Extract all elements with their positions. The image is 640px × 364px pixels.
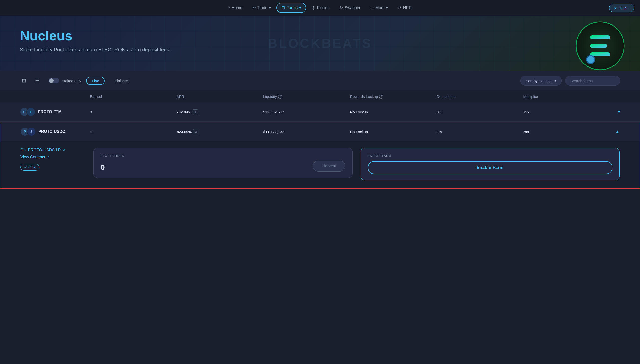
- farm-row-proto-usdc: P $ PROTO-USDC 0 823.69% ⊞ $11,177,132 N…: [0, 122, 640, 141]
- staked-only-toggle[interactable]: [49, 78, 59, 84]
- col-apr: APR: [177, 94, 264, 99]
- nav-nfts[interactable]: ⚇ NFTs: [393, 3, 417, 12]
- filter-right: Sort by Hotness ▾: [520, 76, 620, 86]
- nav-right: ◈ 0xF6...: [609, 4, 634, 12]
- live-tab[interactable]: Live: [86, 77, 105, 85]
- farms-icon: ⊞: [281, 5, 285, 10]
- external-link-icon: ↗: [62, 148, 65, 152]
- farm-name-proto-usdc: P $ PROTO-USDC: [21, 127, 90, 136]
- farm-multiplier-proto-ftm: 79x: [523, 110, 610, 114]
- staked-only-label: Staked only: [62, 79, 81, 83]
- usdc-token-icon: $: [27, 127, 36, 136]
- fission-icon: ◎: [312, 5, 315, 10]
- col-multiplier: Multiplier: [523, 94, 610, 99]
- farm-apr-proto-usdc: 823.69% ⊞: [177, 129, 264, 134]
- rewards-lockup-info-icon[interactable]: ?: [379, 95, 383, 99]
- expand-btn-proto-usdc[interactable]: ▲: [609, 129, 619, 134]
- view-contract-link[interactable]: View Contract ↗: [21, 155, 85, 160]
- apr-calc-icon-2[interactable]: ⊞: [193, 129, 198, 134]
- col-deposit-fee: Deposit fee: [437, 94, 523, 99]
- wallet-button[interactable]: ◈ 0xF6...: [609, 4, 634, 12]
- svg-point-6: [587, 56, 594, 63]
- sort-chevron-icon: ▾: [554, 78, 556, 83]
- nav-swapper[interactable]: ↻ Swapper: [335, 3, 365, 12]
- nav-farms[interactable]: ⊞ Farms ▾: [277, 3, 306, 13]
- nucleus-logo: [575, 21, 625, 71]
- farm-earned-proto-usdc: 0: [90, 130, 177, 134]
- hero-subtitle: Stake Liquidity Pool tokens to earn ELEC…: [20, 47, 620, 52]
- list-view-button[interactable]: ☰: [33, 77, 42, 85]
- get-lp-link[interactable]: Get PROTO-USDC LP ↗: [21, 148, 85, 152]
- filter-bar: ⊞ ☰ Staked only Live Finished Sort by Ho…: [0, 71, 640, 91]
- liquidity-info-icon[interactable]: ?: [278, 95, 282, 99]
- token-icons-proto-usdc: P $: [21, 127, 36, 136]
- grid-view-button[interactable]: ⊞: [20, 77, 28, 85]
- trade-icon: ⇄: [252, 5, 256, 10]
- hero-title: Nucleus: [20, 28, 620, 43]
- toggle-knob: [49, 78, 54, 83]
- farm-deposit-proto-usdc: 0%: [437, 130, 523, 134]
- col-rewards-lockup: Rewards Lockup ?: [350, 94, 437, 99]
- more-icon: ···: [370, 6, 374, 10]
- farm-apr-proto-ftm: 732.84% ⊞: [177, 109, 264, 114]
- svg-rect-4: [590, 52, 610, 56]
- external-link-icon-2: ↗: [47, 156, 49, 159]
- farm-multiplier-proto-usdc: 79x: [523, 130, 609, 134]
- staked-only-toggle-wrap: Staked only: [49, 78, 81, 84]
- home-icon: ⌂: [228, 6, 230, 10]
- token-icons-proto-ftm: P F: [20, 108, 36, 116]
- svg-rect-2: [590, 36, 610, 39]
- svg-rect-3: [590, 44, 607, 48]
- nav-more[interactable]: ··· More ▾: [366, 4, 392, 12]
- farm-name-proto-ftm: P F PROTO-FTM: [20, 108, 90, 116]
- sort-button[interactable]: Sort by Hotness ▾: [520, 76, 562, 86]
- expanded-panel-proto-usdc: Get PROTO-USDC LP ↗ View Contract ↗ ✔ Co…: [0, 141, 640, 189]
- expand-btn-proto-ftm[interactable]: ▾: [610, 109, 620, 114]
- nav-fission[interactable]: ◎ Fission: [307, 3, 334, 12]
- apr-calc-icon[interactable]: ⊞: [193, 109, 198, 114]
- enable-farm-label: ENABLE FARM: [368, 154, 612, 158]
- main-content: Earned APR Liquidity ? Rewards Lockup ? …: [0, 91, 640, 189]
- farm-lockup-proto-ftm: No Lockup: [350, 110, 437, 114]
- search-farms-input[interactable]: [565, 76, 620, 86]
- enable-farm-button[interactable]: Enable Farm: [368, 161, 612, 174]
- core-check-icon: ✔: [24, 166, 27, 169]
- farm-liquidity-proto-ftm: $12,562,647: [263, 110, 350, 114]
- farms-chevron-icon: ▾: [299, 6, 301, 10]
- swapper-icon: ↻: [340, 5, 343, 10]
- col-earned: Earned: [90, 94, 177, 99]
- wallet-icon: ◈: [614, 6, 616, 10]
- farm-lockup-proto-usdc: No Lockup: [350, 130, 437, 134]
- farm-earned-proto-ftm: 0: [90, 110, 177, 114]
- farm-liquidity-proto-usdc: $11,177,132: [264, 130, 350, 134]
- enable-box: ENABLE FARM Enable Farm: [360, 148, 620, 180]
- farm-deposit-proto-ftm: 0%: [437, 110, 523, 114]
- elct-earned-label: ELCT EARNED: [101, 154, 345, 158]
- navigation: ⌂ Home ⇄ Trade ▾ ⊞ Farms ▾ ◎ Fission ↻ S…: [0, 0, 640, 16]
- more-chevron-icon: ▾: [386, 6, 388, 10]
- ftm-token-icon: F: [27, 108, 36, 116]
- nfts-icon: ⚇: [398, 5, 402, 10]
- harvest-button[interactable]: Harvest: [313, 161, 345, 172]
- col-liquidity: Liquidity ?: [263, 94, 350, 99]
- farm-row-proto-ftm: P F PROTO-FTM 0 732.84% ⊞ $12,562,647 No…: [0, 102, 640, 122]
- earn-box: ELCT EARNED 0 Harvest: [93, 148, 353, 178]
- core-badge: ✔ Core: [21, 164, 39, 171]
- earn-row: 0 Harvest: [101, 161, 345, 172]
- nav-trade[interactable]: ⇄ Trade ▾: [248, 3, 276, 12]
- finished-tab[interactable]: Finished: [110, 77, 134, 84]
- table-header: Earned APR Liquidity ? Rewards Lockup ? …: [0, 91, 640, 102]
- hero-section: BLOCKBEATS Nucleus Stake Liquidity Pool …: [0, 16, 640, 71]
- panel-links: Get PROTO-USDC LP ↗ View Contract ↗ ✔ Co…: [21, 148, 85, 171]
- nav-home[interactable]: ⌂ Home: [223, 4, 247, 12]
- nav-items: ⌂ Home ⇄ Trade ▾ ⊞ Farms ▾ ◎ Fission ↻ S…: [6, 3, 634, 13]
- elct-value: 0: [101, 163, 105, 172]
- trade-chevron-icon: ▾: [269, 6, 271, 10]
